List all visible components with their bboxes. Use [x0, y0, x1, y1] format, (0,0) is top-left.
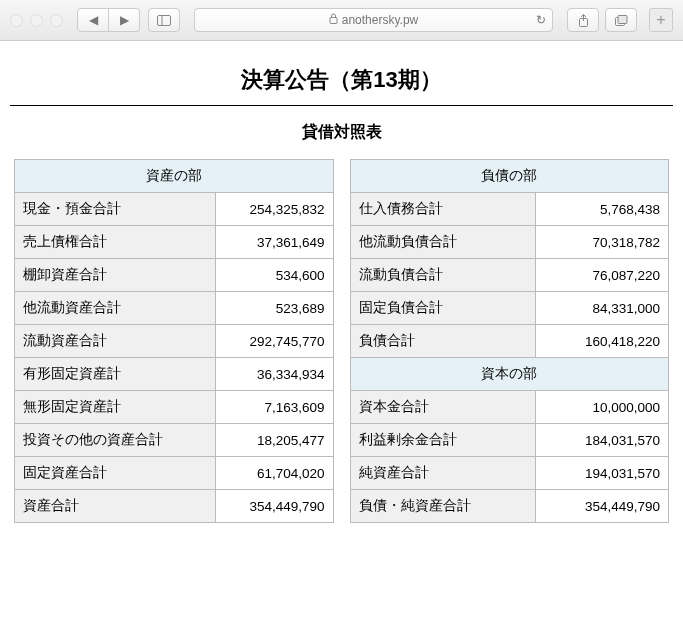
row-value: 194,031,570 — [536, 457, 669, 490]
minimize-window-icon[interactable] — [30, 14, 43, 27]
row-value: 70,318,782 — [536, 226, 669, 259]
assets-header: 資産の部 — [15, 160, 334, 193]
svg-rect-0 — [158, 15, 171, 25]
row-label: 固定資産合計 — [15, 457, 216, 490]
svg-rect-6 — [618, 15, 627, 23]
row-label: 固定負債合計 — [350, 292, 536, 325]
row-value: 76,087,220 — [536, 259, 669, 292]
zoom-window-icon[interactable] — [50, 14, 63, 27]
table-row: 他流動負債合計70,318,782 — [350, 226, 669, 259]
share-button[interactable] — [567, 8, 599, 32]
row-label: 資本金合計 — [350, 391, 536, 424]
sidebar-button[interactable] — [148, 8, 180, 32]
row-label: 負債・純資産合計 — [350, 490, 536, 523]
row-label: 有形固定資産計 — [15, 358, 216, 391]
equity-header: 資本の部 — [350, 358, 669, 391]
reload-icon[interactable]: ↻ — [536, 13, 546, 27]
browser-toolbar: ◀ ▶ anothersky.pw ↻ + — [0, 0, 683, 41]
row-value: 254,325,832 — [215, 193, 333, 226]
table-row: 無形固定資産計7,163,609 — [15, 391, 334, 424]
address-bar[interactable]: anothersky.pw ↻ — [194, 8, 553, 32]
row-value: 354,449,790 — [215, 490, 333, 523]
svg-rect-2 — [330, 18, 337, 24]
page-title: 決算公告（第13期） — [10, 65, 673, 95]
row-label: 売上債権合計 — [15, 226, 216, 259]
row-value: 84,331,000 — [536, 292, 669, 325]
tabs-button[interactable] — [605, 8, 637, 32]
table-row: 他流動資産合計523,689 — [15, 292, 334, 325]
liabilities-equity-table: 負債の部 仕入債務合計5,768,438他流動負債合計70,318,782流動負… — [350, 159, 670, 523]
row-label: 資産合計 — [15, 490, 216, 523]
balance-sheet-tables: 資産の部 現金・預金合計254,325,832売上債権合計37,361,649棚… — [10, 159, 673, 523]
row-label: 流動負債合計 — [350, 259, 536, 292]
row-value: 18,205,477 — [215, 424, 333, 457]
table-row: 棚卸資産合計534,600 — [15, 259, 334, 292]
row-value: 7,163,609 — [215, 391, 333, 424]
table-row: 負債合計160,418,220 — [350, 325, 669, 358]
row-value: 160,418,220 — [536, 325, 669, 358]
row-label: 他流動資産合計 — [15, 292, 216, 325]
row-value: 292,745,770 — [215, 325, 333, 358]
url-text: anothersky.pw — [342, 13, 418, 27]
forward-button[interactable]: ▶ — [109, 8, 140, 32]
table-row: 仕入債務合計5,768,438 — [350, 193, 669, 226]
row-label: 無形固定資産計 — [15, 391, 216, 424]
table-row: 資本金合計10,000,000 — [350, 391, 669, 424]
row-label: 利益剰余金合計 — [350, 424, 536, 457]
close-window-icon[interactable] — [10, 14, 23, 27]
row-label: 純資産合計 — [350, 457, 536, 490]
table-row: 投資その他の資産合計18,205,477 — [15, 424, 334, 457]
table-row: 負債・純資産合計354,449,790 — [350, 490, 669, 523]
table-row: 資産合計354,449,790 — [15, 490, 334, 523]
table-row: 純資産合計194,031,570 — [350, 457, 669, 490]
row-label: 負債合計 — [350, 325, 536, 358]
window-controls — [10, 14, 63, 27]
title-divider — [10, 105, 673, 106]
row-value: 184,031,570 — [536, 424, 669, 457]
page-content: 決算公告（第13期） 貸借対照表 資産の部 現金・預金合計254,325,832… — [0, 41, 683, 537]
row-label: 流動資産合計 — [15, 325, 216, 358]
row-value: 10,000,000 — [536, 391, 669, 424]
back-button[interactable]: ◀ — [77, 8, 109, 32]
row-label: 棚卸資産合計 — [15, 259, 216, 292]
row-value: 37,361,649 — [215, 226, 333, 259]
table-row: 固定資産合計61,704,020 — [15, 457, 334, 490]
table-row: 売上債権合計37,361,649 — [15, 226, 334, 259]
row-label: 投資その他の資産合計 — [15, 424, 216, 457]
assets-table: 資産の部 現金・預金合計254,325,832売上債権合計37,361,649棚… — [14, 159, 334, 523]
row-label: 仕入債務合計 — [350, 193, 536, 226]
new-tab-button[interactable]: + — [649, 8, 673, 32]
table-row: 流動負債合計76,087,220 — [350, 259, 669, 292]
liabilities-header: 負債の部 — [350, 160, 669, 193]
row-label: 現金・預金合計 — [15, 193, 216, 226]
row-value: 523,689 — [215, 292, 333, 325]
row-value: 61,704,020 — [215, 457, 333, 490]
row-value: 36,334,934 — [215, 358, 333, 391]
table-row: 現金・預金合計254,325,832 — [15, 193, 334, 226]
row-value: 5,768,438 — [536, 193, 669, 226]
row-value: 534,600 — [215, 259, 333, 292]
table-row: 流動資産合計292,745,770 — [15, 325, 334, 358]
table-row: 有形固定資産計36,334,934 — [15, 358, 334, 391]
lock-icon — [329, 13, 338, 27]
row-label: 他流動負債合計 — [350, 226, 536, 259]
row-value: 354,449,790 — [536, 490, 669, 523]
table-row: 利益剰余金合計184,031,570 — [350, 424, 669, 457]
page-subtitle: 貸借対照表 — [10, 122, 673, 143]
table-row: 固定負債合計84,331,000 — [350, 292, 669, 325]
